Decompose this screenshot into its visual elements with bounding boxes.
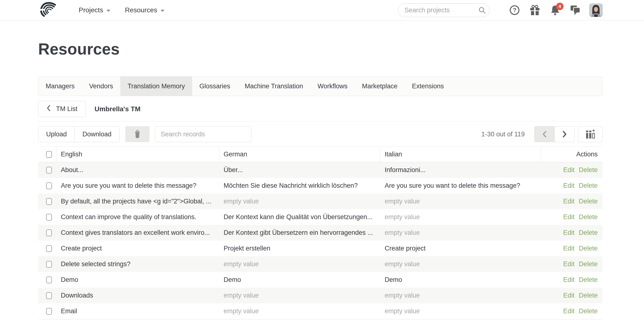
row-checkbox[interactable]: [46, 292, 52, 299]
cell-german: Möchten Sie diese Nachricht wirklich lös…: [224, 182, 358, 189]
row-checkbox[interactable]: [46, 167, 52, 174]
tab-extensions[interactable]: Extensions: [405, 76, 451, 96]
row-checkbox-cell: [38, 178, 56, 194]
edit-link[interactable]: Edit: [563, 276, 574, 284]
cell-italian: empty value: [385, 292, 420, 299]
edit-link[interactable]: Edit: [563, 292, 574, 299]
section-divider: [38, 121, 602, 121]
delete-link[interactable]: Delete: [579, 229, 598, 237]
help-button[interactable]: ?: [508, 4, 520, 16]
cell-italian: Informazioni...: [385, 166, 426, 174]
cell-german: Demo: [224, 276, 241, 284]
tab-vendors[interactable]: Vendors: [82, 76, 120, 96]
edit-link[interactable]: Edit: [563, 182, 574, 189]
row-checkbox[interactable]: [46, 182, 52, 189]
edit-link[interactable]: Edit: [563, 198, 574, 205]
download-button[interactable]: Download: [74, 126, 119, 142]
row-checkbox-cell: [38, 256, 56, 272]
edit-link[interactable]: Edit: [563, 308, 574, 315]
table-row: Context gives translators an excellent w…: [38, 225, 602, 241]
tab-translation-memory[interactable]: Translation Memory: [120, 76, 192, 96]
tab-machine-translation[interactable]: Machine Translation: [237, 76, 310, 96]
edit-link[interactable]: Edit: [563, 245, 574, 252]
delete-selected-button[interactable]: [125, 126, 150, 142]
menu-resources[interactable]: Resources: [118, 0, 172, 20]
top-navbar: Projects Resources ?: [0, 0, 644, 20]
cell-english: Delete selected strings?: [61, 260, 130, 268]
notifications-button[interactable]: 4: [549, 4, 561, 16]
row-checkbox[interactable]: [46, 308, 52, 315]
gift-button[interactable]: [529, 4, 541, 16]
header-checkbox-cell: [38, 147, 56, 162]
cell-german: empty value: [224, 198, 259, 205]
delete-link[interactable]: Delete: [579, 308, 598, 315]
row-checkbox-cell: [38, 225, 56, 241]
cell-english: Email: [61, 308, 77, 315]
delete-link[interactable]: Delete: [579, 198, 598, 205]
menu-projects-label: Projects: [79, 6, 103, 14]
delete-link[interactable]: Delete: [579, 182, 598, 189]
table-row: About... Über... Informazioni... Edit De…: [38, 162, 602, 178]
delete-link[interactable]: Delete: [579, 260, 598, 268]
cell-italian: Are you sure you want to delete this mes…: [385, 182, 520, 189]
chevron-down-icon: [106, 10, 110, 12]
table-row: Create project Projekt erstellen Create …: [38, 241, 602, 256]
cell-italian: empty value: [385, 213, 420, 221]
menu-projects[interactable]: Projects: [72, 0, 118, 20]
select-all-checkbox[interactable]: [46, 151, 52, 158]
table-row: Downloads empty value empty value Edit D…: [38, 288, 602, 303]
menu-resources-label: Resources: [125, 6, 157, 14]
back-button-label: TM List: [56, 105, 78, 113]
pagination-range: 1-30 out of 119: [481, 131, 525, 138]
row-checkbox[interactable]: [46, 261, 52, 268]
delete-link[interactable]: Delete: [579, 292, 598, 299]
help-circle-icon: ?: [509, 5, 520, 15]
toolbar-left: Upload Download: [38, 126, 251, 142]
header-italian: Italian: [380, 147, 541, 162]
messages-button[interactable]: [570, 4, 582, 16]
manage-columns-button[interactable]: [578, 126, 602, 142]
delete-link[interactable]: Delete: [579, 213, 598, 221]
row-checkbox-cell: [38, 162, 56, 178]
row-checkbox-cell: [38, 288, 56, 303]
search-records-input[interactable]: [155, 126, 251, 142]
notification-badge: 4: [556, 3, 564, 10]
user-avatar[interactable]: [589, 3, 603, 17]
next-page-button[interactable]: [554, 126, 574, 142]
edit-link[interactable]: Edit: [563, 166, 574, 174]
row-checkbox[interactable]: [46, 198, 52, 205]
cell-english: Are you sure you want to delete this mes…: [61, 182, 196, 189]
upload-button[interactable]: Upload: [38, 126, 74, 142]
tab-managers[interactable]: Managers: [38, 76, 82, 96]
svg-text:?: ?: [513, 7, 516, 13]
edit-link[interactable]: Edit: [563, 260, 574, 268]
back-to-tm-list-button[interactable]: TM List: [38, 101, 86, 117]
delete-link[interactable]: Delete: [579, 166, 598, 174]
tab-marketplace[interactable]: Marketplace: [355, 76, 405, 96]
cell-english: Create project: [61, 245, 102, 252]
edit-link[interactable]: Edit: [563, 229, 574, 237]
delete-link[interactable]: Delete: [579, 276, 598, 284]
cell-german: empty value: [224, 292, 259, 299]
tab-glossaries[interactable]: Glossaries: [192, 76, 238, 96]
edit-link[interactable]: Edit: [563, 213, 574, 221]
cell-english: About...: [61, 166, 83, 174]
app-logo-icon[interactable]: [38, 1, 58, 19]
header-german: German: [219, 147, 380, 162]
search-projects-input[interactable]: [398, 3, 490, 17]
trash-icon: [134, 130, 141, 138]
tab-workflows[interactable]: Workflows: [310, 76, 355, 96]
delete-link[interactable]: Delete: [579, 245, 598, 252]
row-checkbox-cell: [38, 194, 56, 209]
cell-german: empty value: [224, 308, 259, 315]
messages-icon: [570, 5, 581, 15]
chevron-left-icon: [542, 131, 547, 138]
cell-italian: empty value: [385, 308, 420, 315]
row-checkbox[interactable]: [46, 214, 52, 221]
prev-page-button[interactable]: [534, 126, 554, 142]
table-row: [38, 319, 602, 320]
row-checkbox[interactable]: [46, 277, 52, 283]
row-checkbox[interactable]: [46, 245, 52, 252]
row-checkbox[interactable]: [46, 230, 52, 236]
table-header-row: English German Italian Actions: [38, 146, 602, 162]
